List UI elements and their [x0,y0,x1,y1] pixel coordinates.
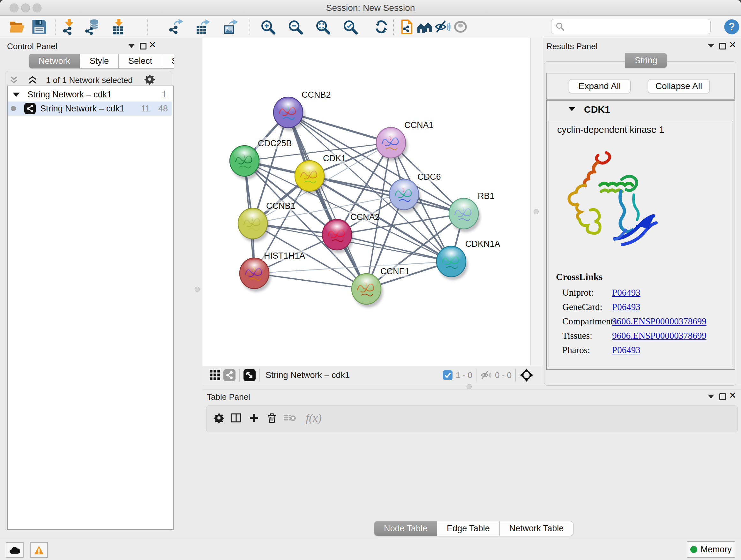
control-panel-menu-button[interactable] [128,44,135,48]
crosslink-value-link[interactable]: P06493 [612,345,641,355]
svg-text:CCNB2: CCNB2 [301,90,331,100]
cytoscape-window: Session: New Session [0,0,741,560]
control-panel-float-button[interactable] [140,43,146,50]
import-network-database-button[interactable] [84,18,101,36]
tab-node-table[interactable]: Node Table [374,521,437,536]
delete-column-button[interactable] [265,408,279,428]
tab-string[interactable]: String [625,53,667,68]
network-edge-ccna2-cdkn1a[interactable] [337,235,451,261]
crosslink-row: GeneCard:P06493 [562,302,741,316]
network-row-selected[interactable]: String Network – cdk1 11 48 [8,102,172,116]
network-node-ccne1[interactable] [352,273,383,307]
import-table-file-button[interactable] [110,18,127,36]
hidden-eye-slash-icon[interactable] [480,370,492,380]
network-node-cdk1[interactable] [295,161,326,194]
network-status-dot-icon [11,106,16,111]
network-edge-hist1h1a-ccne1[interactable] [254,273,366,289]
memory-label: Memory [700,545,732,555]
save-session-button[interactable] [30,18,48,36]
import-database-icon [84,19,100,35]
svg-text:CDKN1A: CDKN1A [465,239,500,249]
collapse-all-networks-icon[interactable] [10,76,25,84]
export-image-button[interactable] [221,18,239,36]
zoom-selected-button[interactable] [341,18,359,36]
results-panel-menu-button[interactable] [708,44,714,48]
export-table-button[interactable] [194,18,211,36]
main-toolbar: ? [0,16,741,38]
help-icon: ? [724,19,740,35]
expand-all-button[interactable]: Expand All [569,79,630,93]
table-panel-menu-button[interactable] [708,395,714,398]
grid-view-icon[interactable] [209,369,221,381]
warnings-button[interactable] [30,542,48,558]
network-node-cdkn1a[interactable] [436,246,468,280]
preview-eye-icon [453,19,468,35]
share-document-button[interactable] [398,18,415,36]
selected-checkbox-icon[interactable] [443,370,453,380]
network-tree: String Network – cdk1 1 String Network –… [7,85,174,530]
network-node-cdc25b[interactable] [230,145,261,179]
results-panel-float-button[interactable] [719,43,726,50]
apply-function-button[interactable]: f(x) [301,408,327,428]
import-network-file-button[interactable] [61,18,78,36]
protein-section-expander-icon[interactable] [569,107,575,111]
memory-button[interactable]: Memory [687,541,735,558]
table-panel-float-button[interactable] [719,393,726,400]
network-options-gear-icon[interactable] [144,74,155,84]
collapse-all-button[interactable]: Collapse All [648,79,710,93]
table-options-button[interactable] [212,408,226,428]
tab-style[interactable]: Style [80,54,119,69]
preview-button[interactable] [452,18,469,36]
crosslink-row: Pharos:P06493 [562,345,741,359]
network-view-canvas[interactable]: CCNB2CCNA1CDC25BCDK1CDC6RB1CCNB1CCNA2CDK… [202,38,530,366]
network-node-rb1[interactable] [449,198,480,232]
zoom-in-button[interactable] [259,18,276,36]
left-splitter[interactable] [174,38,203,384]
zoom-fit-button[interactable] [314,18,331,36]
toolbar-separator [147,19,148,35]
status-bar: Memory [0,538,741,560]
export-network-button[interactable] [167,18,185,36]
birdseye-crosshair-icon[interactable] [520,368,534,382]
expand-all-networks-icon[interactable] [26,76,39,84]
network-share-gray-icon[interactable] [223,369,235,381]
network-node-hist1h1a[interactable] [240,258,271,292]
open-session-button[interactable] [8,18,25,36]
tab-network[interactable]: Network [29,54,80,69]
graphics-details-icon[interactable] [244,369,256,381]
network-node-cdc6[interactable] [389,179,421,213]
zoom-out-button[interactable] [286,18,304,36]
results-panel-close-button[interactable]: ✕ [729,42,736,49]
tab-select[interactable]: Select [119,54,162,69]
export-table-icon [195,19,211,35]
help-button[interactable]: ? [723,18,740,36]
horizontal-splitter-grip[interactable] [467,384,472,389]
network-collection-row[interactable]: String Network – cdk1 1 [8,87,172,102]
control-panel: Control Panel ✕ NetworkStyleSelectSets 1… [0,38,174,538]
svg-text:CCNB1: CCNB1 [266,201,295,211]
crosslink-value-link[interactable]: P06493 [612,287,641,298]
crosslink-value-link[interactable]: 9606.ENSP00000378699 [612,316,706,326]
crosslink-value-link[interactable]: P06493 [612,302,641,312]
collection-expander-icon[interactable] [13,92,20,97]
create-column-button[interactable] [247,408,261,428]
search-input[interactable] [567,21,706,32]
cloud-status-button[interactable] [6,542,23,558]
left-splitter-grip[interactable] [195,287,200,292]
network-node-ccnb2[interactable] [273,97,305,131]
network-node-ccna1[interactable] [376,127,408,161]
right-splitter-grip[interactable] [534,209,539,214]
control-panel-close-button[interactable]: ✕ [149,42,156,49]
refresh-view-button[interactable] [373,18,390,36]
crosslink-value-link[interactable]: 9606.ENSP00000378699 [612,330,706,341]
right-splitter[interactable] [530,38,543,366]
window-title: Session: New Session [0,3,741,13]
table-panel-close-button[interactable]: ✕ [729,392,736,399]
show-columns-button[interactable] [229,408,244,428]
tab-edge-table[interactable]: Edge Table [437,521,500,536]
delete-table-button[interactable] [282,408,297,428]
tab-network-table[interactable]: Network Table [500,521,574,536]
hide-panels-button[interactable] [434,18,451,36]
search-box[interactable] [551,19,711,34]
home-button[interactable] [416,18,433,36]
